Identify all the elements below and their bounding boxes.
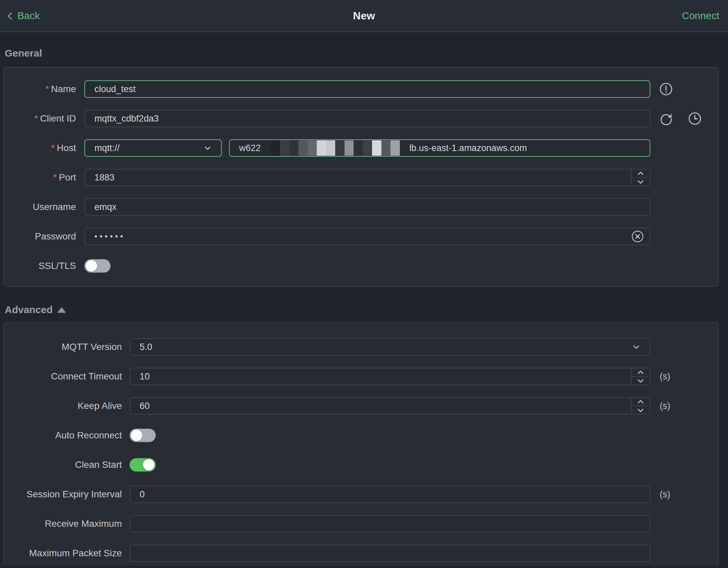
name-label: *Name <box>4 84 84 94</box>
receive-maximum-input[interactable] <box>130 515 650 532</box>
chevron-down-icon <box>632 343 640 351</box>
username-row: Username <box>4 198 718 216</box>
username-label: Username <box>4 202 84 212</box>
keep-alive-spinner <box>631 398 650 414</box>
history-clock-icon[interactable] <box>688 112 702 126</box>
session-expiry-label: Session Expiry Interval <box>4 489 130 500</box>
clean-start-toggle[interactable] <box>130 458 156 472</box>
general-heading-label: General <box>5 48 42 59</box>
port-spinner <box>631 169 650 186</box>
mqtt-version-label: MQTT Version <box>4 342 130 352</box>
mqtt-version-row: MQTT Version 5.0 <box>4 338 718 356</box>
host-protocol-value: mqtt:// <box>94 143 120 153</box>
clear-circle-icon[interactable] <box>631 230 644 243</box>
advanced-card: MQTT Version 5.0 Connect Timeout (s) Kee… <box>3 322 719 566</box>
keep-alive-input[interactable] <box>130 397 650 415</box>
top-bar: Back New Connect <box>0 0 728 32</box>
maximum-packet-size-input[interactable] <box>130 545 650 562</box>
advanced-heading-label: Advanced <box>5 304 53 315</box>
client-id-label: *Client ID <box>4 113 84 124</box>
mqtt-version-select[interactable]: 5.0 <box>130 338 650 356</box>
keep-alive-label: Keep Alive <box>4 401 130 411</box>
session-expiry-row: Session Expiry Interval (s) <box>4 486 718 503</box>
keep-alive-row: Keep Alive (s) <box>4 397 718 415</box>
collapse-triangle-icon <box>57 307 66 313</box>
auto-reconnect-label: Auto Reconnect <box>4 430 130 441</box>
mqtt-version-value: 5.0 <box>140 342 152 352</box>
maximum-packet-size-label: Maximum Packet Size <box>4 548 130 559</box>
receive-maximum-label: Receive Maximum <box>4 518 130 529</box>
chevron-down-icon <box>204 144 212 152</box>
password-label: Password <box>4 231 84 242</box>
port-label: *Port <box>4 172 84 183</box>
port-input[interactable] <box>84 169 650 186</box>
back-button[interactable]: Back <box>9 10 40 21</box>
advanced-section-heading[interactable]: Advanced <box>5 304 728 315</box>
maximum-packet-size-row: Maximum Packet Size <box>4 545 718 562</box>
host-row: *Host mqtt:// w622 lb.us-east-1.amazonaw… <box>4 139 718 157</box>
page-title: New <box>0 10 728 22</box>
clean-start-label: Clean Start <box>4 459 130 470</box>
connect-timeout-unit: (s) <box>660 371 670 382</box>
client-id-row: *Client ID <box>4 110 718 127</box>
general-card: *Name *Client ID *Host <box>3 67 719 287</box>
username-input[interactable] <box>84 198 650 216</box>
ssl-label: SSL/TLS <box>4 261 84 271</box>
name-row: *Name <box>4 80 718 98</box>
back-chevron-icon <box>8 12 15 20</box>
host-protocol-select[interactable]: mqtt:// <box>84 139 222 157</box>
spinner-down-icon[interactable] <box>632 406 650 414</box>
host-visible-suffix: lb.us-east-1.amazonaws.com <box>410 143 527 153</box>
host-visible-prefix: w622 <box>239 143 261 153</box>
back-label: Back <box>17 10 40 21</box>
warning-circle-icon[interactable] <box>659 82 673 96</box>
clean-start-row: Clean Start <box>4 456 718 474</box>
password-row: Password <box>4 228 718 245</box>
toggle-knob <box>143 459 154 471</box>
keep-alive-unit: (s) <box>660 401 670 411</box>
host-redacted-segment <box>262 140 409 156</box>
auto-reconnect-row: Auto Reconnect <box>4 427 718 444</box>
spinner-down-icon[interactable] <box>632 178 650 186</box>
required-asterisk: * <box>45 84 49 94</box>
refresh-icon[interactable] <box>659 112 673 126</box>
session-expiry-unit: (s) <box>660 489 670 500</box>
port-row: *Port <box>4 169 718 186</box>
spinner-up-icon[interactable] <box>632 368 650 377</box>
host-input[interactable]: w622 lb.us-east-1.amazonaws.com <box>229 139 650 157</box>
connect-timeout-spinner <box>631 368 650 384</box>
ssl-toggle[interactable] <box>84 259 111 273</box>
connect-timeout-label: Connect Timeout <box>4 371 130 382</box>
host-label: *Host <box>4 143 84 153</box>
session-expiry-input[interactable] <box>130 486 650 503</box>
toggle-knob <box>86 260 97 272</box>
required-asterisk: * <box>51 143 55 153</box>
connect-timeout-row: Connect Timeout (s) <box>4 368 718 385</box>
toggle-knob <box>131 430 142 441</box>
required-asterisk: * <box>34 113 38 124</box>
receive-maximum-row: Receive Maximum <box>4 515 718 532</box>
client-id-input[interactable] <box>84 110 650 127</box>
required-asterisk: * <box>53 172 57 183</box>
general-section-heading: General <box>5 48 728 59</box>
name-input[interactable] <box>84 80 650 98</box>
spinner-up-icon[interactable] <box>632 398 650 406</box>
password-input[interactable] <box>84 228 650 245</box>
ssl-row: SSL/TLS <box>4 257 718 275</box>
spinner-down-icon[interactable] <box>632 377 650 384</box>
connect-timeout-input[interactable] <box>130 368 650 385</box>
spinner-up-icon[interactable] <box>632 169 650 178</box>
connect-button[interactable]: Connect <box>682 10 719 21</box>
auto-reconnect-toggle[interactable] <box>130 429 156 442</box>
